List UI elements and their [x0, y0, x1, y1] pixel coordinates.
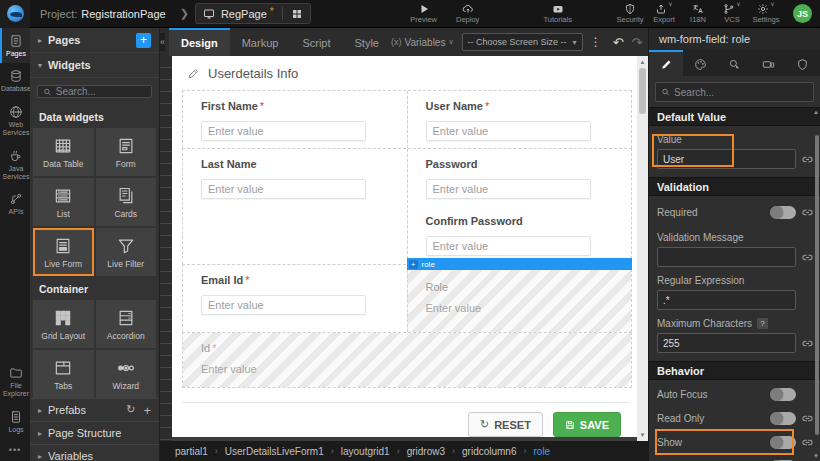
field-placeholder[interactable]: Enter value: [201, 363, 613, 375]
more-options-icon[interactable]: [590, 35, 602, 49]
tab-styles[interactable]: [683, 50, 717, 76]
deploy-button[interactable]: Deploy: [451, 3, 485, 24]
field-password[interactable]: PasswordEnter value: [426, 158, 614, 199]
page-canvas[interactable]: Userdetails Info First Name*Enter value …: [172, 56, 637, 437]
i18n-button[interactable]: I18N: [681, 3, 715, 24]
max-chars-input[interactable]: [657, 333, 796, 353]
security-button[interactable]: Security: [613, 3, 647, 24]
field-placeholder[interactable]: Enter value: [426, 302, 614, 314]
field-email-id[interactable]: Email Id*Enter value: [201, 274, 389, 315]
form-cell-email-id[interactable]: Email Id*Enter value: [183, 265, 408, 332]
toggle-show[interactable]: [770, 436, 796, 449]
app-logo[interactable]: [0, 0, 30, 28]
breadcrumb-item[interactable]: layoutgrid1: [341, 446, 390, 457]
field-last-name[interactable]: Last NameEnter value: [201, 158, 389, 255]
tab-devices[interactable]: [752, 50, 786, 76]
toggle-read-only[interactable]: [770, 412, 796, 425]
variables-menu[interactable]: Variables: [391, 37, 454, 48]
export-button[interactable]: ∨ Export: [647, 3, 681, 24]
widget-tile-form[interactable]: Form: [96, 128, 157, 176]
field-first-name[interactable]: First Name*Enter value: [201, 100, 389, 141]
canvas-scrollbar[interactable]: [637, 56, 648, 441]
toggle-auto-focus[interactable]: [770, 388, 796, 401]
rail-overflow-icon[interactable]: •••: [0, 439, 30, 461]
sidebar-section-pages[interactable]: Pages: [30, 28, 159, 53]
scroll-up-icon[interactable]: [640, 56, 646, 68]
breadcrumb-item[interactable]: gridrow3: [407, 446, 445, 457]
sidebar-section-prefabs[interactable]: Prefabs: [30, 398, 159, 421]
user-avatar[interactable]: JS: [793, 4, 812, 23]
canvas-tab-design[interactable]: Design: [169, 28, 230, 56]
widget-tile-cards[interactable]: Cards: [96, 178, 157, 226]
settings-button[interactable]: ∨ Settings: [749, 3, 783, 24]
breadcrumb-item-active[interactable]: role: [534, 446, 551, 457]
breadcrumb-item[interactable]: gridcolumn6: [462, 446, 516, 457]
scrollbar-thumb[interactable]: [639, 68, 646, 114]
rail-item-file-explorer[interactable]: File Explorer: [0, 360, 30, 404]
canvas-tab-style[interactable]: Style: [343, 28, 391, 56]
add-page-button[interactable]: [136, 33, 151, 48]
form-cell-last-name[interactable]: Last NameEnter value: [183, 149, 408, 264]
sidebar-section-variables[interactable]: Variables: [30, 444, 159, 461]
widget-tile-data-table[interactable]: Data Table: [33, 128, 94, 176]
regex-input[interactable]: [657, 290, 796, 310]
widget-tile-live-form[interactable]: Live Form: [33, 228, 94, 276]
widget-search-input[interactable]: [56, 86, 146, 97]
form-cell-first-name[interactable]: First Name*Enter value: [183, 91, 408, 148]
scroll-up-icon[interactable]: [813, 109, 819, 115]
field-input[interactable]: Enter value: [201, 121, 366, 141]
rail-item-apis[interactable]: APIs: [0, 186, 30, 221]
sidebar-section-widgets[interactable]: Widgets: [30, 53, 159, 78]
selection-bar[interactable]: role: [407, 258, 633, 270]
field-user-name[interactable]: User Name*Enter value: [426, 100, 614, 141]
bind-icon[interactable]: [800, 413, 814, 424]
rail-item-java-services[interactable]: Java Services: [0, 143, 30, 187]
preview-button[interactable]: Preview: [407, 3, 441, 24]
field-input[interactable]: Enter value: [426, 121, 591, 141]
collapse-left-panel-button[interactable]: [160, 33, 165, 51]
bind-icon[interactable]: [800, 207, 814, 218]
refresh-icon[interactable]: [126, 403, 135, 418]
field-id[interactable]: Id*Enter value: [201, 342, 613, 375]
help-icon[interactable]: ?: [757, 318, 768, 329]
field-input[interactable]: Enter value: [426, 236, 591, 256]
form-cell-password[interactable]: PasswordEnter value Confirm PasswordEnte…: [407, 149, 632, 264]
page-tab[interactable]: RegPage *: [195, 3, 311, 24]
grid-view-icon[interactable]: [291, 8, 303, 20]
rail-item-web-services[interactable]: Web Services: [0, 99, 30, 143]
validation-message-input[interactable]: [657, 247, 796, 267]
scroll-down-icon[interactable]: [813, 453, 819, 459]
widget-tile-list[interactable]: List: [33, 178, 94, 226]
canvas-tab-script[interactable]: Script: [290, 28, 342, 56]
panel-scrollbar-thumb[interactable]: [815, 135, 819, 435]
rail-item-pages[interactable]: Pages: [0, 28, 30, 63]
tab-inspect[interactable]: [717, 50, 751, 76]
reset-button[interactable]: RESET: [468, 412, 543, 437]
field-input[interactable]: Enter value: [201, 295, 366, 315]
form-cell-role-selected[interactable]: role RoleEnter value: [407, 265, 632, 332]
bind-icon[interactable]: [800, 437, 814, 448]
value-input[interactable]: [657, 149, 796, 169]
rail-item-databases[interactable]: Databases: [0, 63, 30, 98]
widget-tile-grid-layout[interactable]: Grid Layout: [33, 300, 94, 348]
form-cell-id[interactable]: Id*Enter value: [183, 333, 631, 387]
screen-size-select[interactable]: -- Choose Screen Size --: [462, 33, 583, 51]
vcs-button[interactable]: ∨ VCS: [715, 3, 749, 24]
save-button[interactable]: SAVE: [553, 412, 621, 437]
rail-item-logs[interactable]: Logs: [0, 404, 30, 439]
undo-button[interactable]: [613, 35, 624, 50]
field-input[interactable]: Enter value: [426, 179, 591, 199]
properties-search-input[interactable]: [674, 87, 808, 98]
field-role[interactable]: RoleEnter value: [426, 281, 614, 314]
widget-tile-wizard[interactable]: Wizard: [96, 350, 157, 398]
bind-icon[interactable]: [800, 338, 814, 349]
bind-icon[interactable]: [800, 252, 814, 263]
breadcrumb-item[interactable]: partial1: [175, 446, 208, 457]
widget-tile-tabs[interactable]: Tabs: [33, 350, 94, 398]
add-icon[interactable]: [143, 403, 151, 418]
canvas-tab-markup[interactable]: Markup: [230, 28, 291, 56]
tab-security[interactable]: [786, 50, 820, 76]
widget-tile-accordion[interactable]: Accordion: [96, 300, 157, 348]
tutorials-button[interactable]: Tutorials: [541, 3, 575, 24]
scroll-down-icon[interactable]: [640, 429, 646, 441]
